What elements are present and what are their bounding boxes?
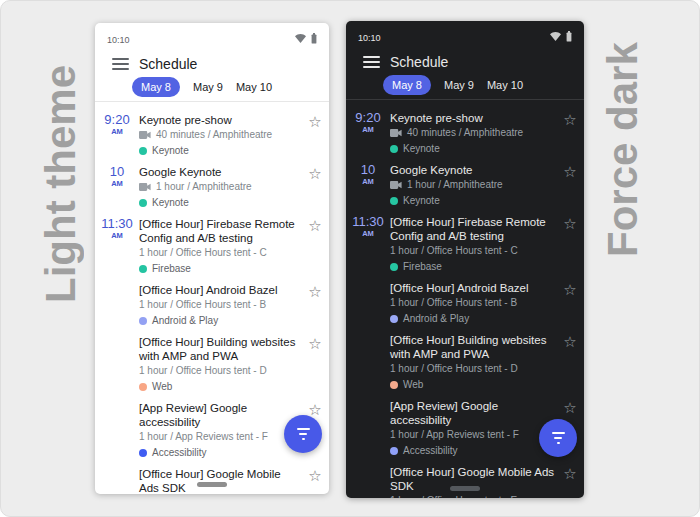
menu-icon[interactable]	[112, 58, 129, 70]
menu-icon[interactable]	[363, 56, 380, 68]
star-button[interactable]: ☆	[303, 283, 327, 328]
tag-dot	[390, 263, 398, 271]
session-meta: 1 hour / Amphitheatre	[390, 179, 558, 191]
star-button[interactable]: ☆	[558, 333, 582, 392]
session-title: [Office Hour] Building websites with AMP…	[390, 333, 558, 361]
comparison-canvas: Light theme Force dark 10:10 Schedule Ma…	[0, 0, 700, 517]
session-time: 11:30	[95, 217, 139, 231]
session-title: [Office Hour] Building websites with AMP…	[139, 335, 303, 363]
filter-fab[interactable]	[284, 415, 322, 453]
session-row[interactable]: 11:30 AM [Office Hour] Firebase Remote C…	[95, 212, 329, 278]
tag-dot	[139, 199, 147, 207]
day-chip-may9[interactable]: May 9	[193, 81, 223, 93]
session-title: [Office Hour] Firebase Remote Config and…	[139, 217, 303, 245]
status-bar: 10:10	[346, 21, 584, 43]
tag-dot	[390, 315, 398, 323]
session-tag: Android & Play	[390, 313, 558, 324]
phone-light-theme: 10:10 Schedule May 8 May 9 May 10 9:20 A…	[95, 23, 329, 494]
session-row[interactable]: [Office Hour] Android Bazel 1 hour / Off…	[346, 276, 584, 328]
page-title: Schedule	[390, 54, 448, 70]
star-button[interactable]: ☆	[558, 465, 582, 498]
wifi-icon	[550, 32, 561, 41]
status-clock: 10:10	[358, 33, 381, 43]
star-button[interactable]: ☆	[558, 111, 582, 156]
session-meta: 1 hour / Office Hours tent - B	[390, 297, 558, 309]
day-chip-may8[interactable]: May 8	[383, 75, 431, 95]
session-tag: Web	[139, 381, 303, 392]
star-button[interactable]: ☆	[558, 163, 582, 208]
star-button[interactable]: ☆	[303, 113, 327, 158]
battery-icon	[566, 31, 572, 42]
star-button[interactable]: ☆	[558, 281, 582, 326]
session-tag: Firebase	[390, 261, 558, 272]
day-chip-may9[interactable]: May 9	[444, 79, 474, 91]
tag-dot	[139, 147, 147, 155]
filter-icon	[297, 428, 310, 430]
session-meta: 1 hour / Office Hours tent - C	[139, 247, 303, 259]
day-chip-may10[interactable]: May 10	[236, 81, 272, 93]
session-row[interactable]: [Office Hour] Building websites with AMP…	[346, 328, 584, 394]
tag-dot	[390, 381, 398, 389]
session-meta: 1 hour / Amphitheatre	[139, 181, 303, 193]
session-row[interactable]: [Office Hour] Building websites with AMP…	[95, 330, 329, 396]
session-tag: Keynote	[139, 145, 303, 156]
session-tag: Web	[390, 379, 558, 390]
session-row[interactable]: 9:20 AM Keynote pre-show 40 minutes / Am…	[95, 108, 329, 160]
tag-dot	[390, 197, 398, 205]
star-button[interactable]: ☆	[558, 215, 582, 274]
session-title: [Office Hour] Firebase Remote Config and…	[390, 215, 558, 243]
tag-dot	[139, 449, 147, 457]
session-row[interactable]: 10 AM Google Keynote 1 hour / Amphitheat…	[95, 160, 329, 212]
app-bar: Schedule	[346, 43, 584, 77]
home-indicator[interactable]	[450, 486, 480, 491]
tag-dot	[390, 447, 398, 455]
session-meta: 1 hour / Office Hours tent - E	[390, 495, 558, 498]
session-tag: Keynote	[390, 195, 558, 206]
session-row[interactable]: 9:20 AM Keynote pre-show 40 minutes / Am…	[346, 106, 584, 158]
day-chip-may8[interactable]: May 8	[132, 77, 180, 97]
session-time: 10	[346, 163, 390, 177]
tag-dot	[139, 317, 147, 325]
force-dark-label: Force dark	[599, 31, 647, 257]
session-ampm: AM	[346, 177, 390, 187]
session-tag: Keynote	[139, 197, 303, 208]
session-tag: Android & Play	[139, 315, 303, 326]
star-button[interactable]: ☆	[303, 165, 327, 210]
session-title: [Office Hour] Android Bazel	[139, 283, 303, 297]
video-icon	[390, 129, 402, 137]
session-meta: 1 hour / App Reviews tent - F	[390, 429, 558, 441]
star-button[interactable]: ☆	[303, 467, 327, 494]
home-indicator[interactable]	[197, 482, 227, 487]
session-title: Google Keynote	[390, 163, 558, 177]
filter-fab[interactable]	[539, 419, 577, 457]
session-row[interactable]: [Office Hour] Google Mobile Ads SDK 1 ho…	[95, 462, 329, 494]
session-title: [Office Hour] Google Mobile Ads SDK	[139, 467, 303, 494]
session-row[interactable]: 11:30 AM [Office Hour] Firebase Remote C…	[346, 210, 584, 276]
session-title: Google Keynote	[139, 165, 303, 179]
session-ampm: AM	[95, 127, 139, 137]
session-ampm: AM	[346, 125, 390, 135]
status-bar: 10:10	[95, 23, 329, 45]
star-button[interactable]: ☆	[303, 217, 327, 276]
session-meta: 40 minutes / Amphitheatre	[139, 129, 303, 141]
day-selector: May 8 May 9 May 10	[95, 79, 329, 101]
session-meta: 1 hour / Office Hours tent - B	[139, 299, 303, 311]
star-button[interactable]: ☆	[303, 335, 327, 394]
session-title: Keynote pre-show	[390, 111, 558, 125]
session-tag: Accessibility	[139, 447, 303, 458]
session-row[interactable]: 10 AM Google Keynote 1 hour / Amphitheat…	[346, 158, 584, 210]
session-tag: Keynote	[390, 143, 558, 154]
day-chip-may10[interactable]: May 10	[487, 79, 523, 91]
session-title: [App Review] Google accessibility	[139, 401, 303, 429]
session-row[interactable]: [Office Hour] Android Bazel 1 hour / Off…	[95, 278, 329, 330]
battery-icon	[311, 33, 317, 44]
session-ampm: AM	[95, 179, 139, 189]
session-meta: 40 minutes / Amphitheatre	[390, 127, 558, 139]
session-time: 9:20	[346, 111, 390, 125]
filter-icon	[552, 432, 565, 434]
video-icon	[139, 131, 151, 139]
wifi-icon	[295, 34, 306, 43]
session-row[interactable]: [Office Hour] Google Mobile Ads SDK 1 ho…	[346, 460, 584, 498]
session-title: [App Review] Google accessibility	[390, 399, 558, 427]
tag-dot	[139, 383, 147, 391]
